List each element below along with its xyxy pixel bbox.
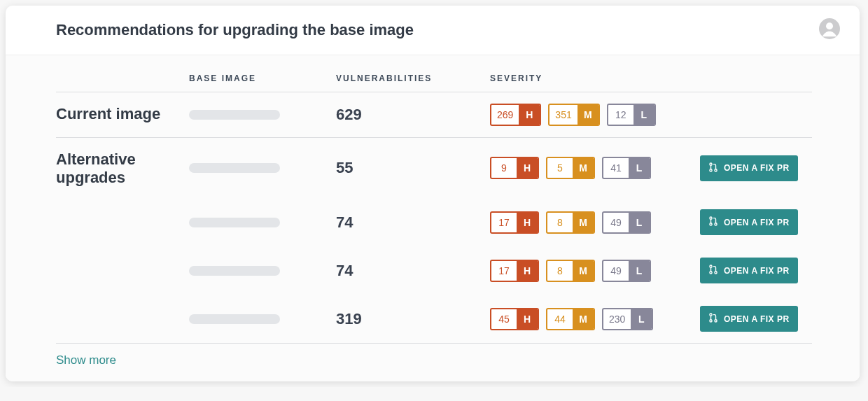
severity-badge-medium: 8M [546, 211, 595, 234]
table-row: Alternative upgrades 55 9H 5M 41L OPEN A… [56, 138, 812, 198]
row-section-label [56, 258, 189, 259]
column-header-severity: SEVERITY [490, 73, 700, 83]
severity-badge-low: 49L [602, 260, 651, 282]
severity-group: 17H 8M 49L [490, 211, 700, 234]
severity-badge-medium: 5M [546, 157, 595, 179]
severity-group: 17H 8M 49L [490, 260, 700, 282]
severity-badge-medium: 8M [546, 260, 595, 282]
severity-badge-low: 12L [607, 104, 656, 126]
vulnerability-count: 55 [336, 159, 490, 177]
open-fix-pr-button[interactable]: OPEN A FIX PR [700, 209, 798, 235]
base-image-placeholder [189, 266, 280, 276]
row-section-label [56, 209, 189, 211]
table-row: 74 17H 8M 49L OPEN A FIX PR [56, 246, 812, 295]
card-body: BASE IMAGE VULNERABILITIES SEVERITY Curr… [6, 55, 860, 381]
svg-point-1 [826, 22, 833, 29]
svg-point-12 [710, 320, 712, 322]
git-pull-request-icon [708, 162, 718, 174]
severity-badge-low: 41L [602, 157, 651, 179]
svg-point-2 [710, 163, 712, 165]
vulnerability-count: 74 [336, 213, 490, 232]
table-row: 74 17H 8M 49L OPEN A FIX PR [56, 198, 812, 246]
severity-badge-high: 269H [490, 104, 541, 126]
open-fix-pr-button[interactable]: OPEN A FIX PR [700, 258, 798, 283]
row-section-label: Current image [56, 104, 189, 123]
severity-badge-high: 17H [490, 260, 539, 282]
severity-badge-high: 9H [490, 157, 539, 179]
git-pull-request-icon [708, 216, 718, 228]
vulnerability-count: 74 [336, 262, 490, 280]
open-fix-pr-button[interactable]: OPEN A FIX PR [700, 155, 798, 181]
divider [56, 343, 812, 344]
user-avatar-icon[interactable] [819, 18, 840, 42]
svg-point-4 [715, 169, 717, 171]
base-image-placeholder [189, 163, 280, 173]
svg-point-6 [710, 223, 712, 225]
git-pull-request-icon [708, 313, 718, 325]
severity-badge-high: 17H [490, 211, 539, 234]
svg-point-11 [710, 314, 712, 316]
severity-group: 9H 5M 41L [490, 157, 700, 179]
column-headers-row: BASE IMAGE VULNERABILITIES SEVERITY [56, 69, 812, 92]
recommendations-card: Recommendations for upgrading the base i… [6, 6, 860, 381]
svg-point-5 [710, 217, 712, 219]
card-header: Recommendations for upgrading the base i… [6, 6, 860, 55]
vulnerability-count: 629 [336, 106, 490, 124]
severity-badge-medium: 351M [548, 104, 599, 126]
svg-point-13 [715, 320, 717, 322]
base-image-placeholder [189, 218, 280, 227]
table-row: 319 45H 44M 230L OPEN A FIX PR [56, 295, 812, 343]
severity-badge-high: 45H [490, 308, 539, 330]
base-image-placeholder [189, 314, 280, 324]
page-title: Recommendations for upgrading the base i… [56, 21, 414, 39]
svg-point-10 [715, 272, 717, 274]
severity-badge-low: 230L [602, 308, 653, 330]
base-image-placeholder [189, 110, 280, 120]
svg-point-9 [710, 272, 712, 274]
svg-point-3 [710, 169, 712, 171]
severity-badge-medium: 44M [546, 308, 595, 330]
column-header-base-image: BASE IMAGE [189, 73, 336, 83]
column-header-vulnerabilities: VULNERABILITIES [336, 73, 490, 83]
open-fix-pr-button[interactable]: OPEN A FIX PR [700, 306, 798, 332]
row-section-label [56, 306, 189, 307]
row-section-label: Alternative upgrades [56, 149, 189, 187]
svg-point-7 [715, 223, 717, 225]
table-row: Current image 629 269H 351M 12L [56, 92, 812, 137]
severity-group: 269H 351M 12L [490, 104, 700, 126]
git-pull-request-icon [708, 265, 718, 276]
svg-point-8 [710, 265, 712, 267]
severity-group: 45H 44M 230L [490, 308, 700, 330]
vulnerability-count: 319 [336, 310, 490, 328]
show-more-link[interactable]: Show more [56, 344, 116, 367]
severity-badge-low: 49L [602, 211, 651, 234]
